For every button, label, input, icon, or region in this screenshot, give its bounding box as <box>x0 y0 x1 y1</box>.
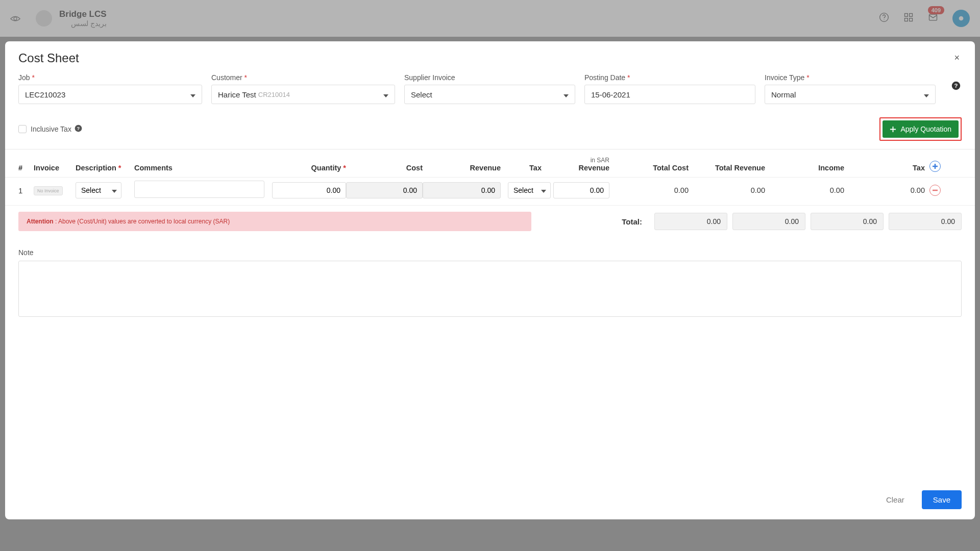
apply-quotation-button[interactable]: Apply Quotation <box>883 120 959 138</box>
modal-footer: Clear Save <box>5 482 975 519</box>
invoice-type-value: Normal <box>771 90 796 99</box>
col-action-header <box>925 161 945 172</box>
tax-cell: Select <box>501 182 552 198</box>
modal-title: Cost Sheet <box>18 51 79 65</box>
row-number: 1 <box>18 186 34 195</box>
col-cost-header: Cost <box>346 164 423 172</box>
col-totalcost-header: Total Cost <box>609 164 689 172</box>
cost-cell <box>346 182 423 198</box>
col-totalrevenue-header: Total Revenue <box>689 164 765 172</box>
total-revenue-box: 0.00 <box>732 213 805 230</box>
total-cost-box: 0.00 <box>654 213 727 230</box>
description-cell: Select <box>76 182 134 198</box>
modal-header: Cost Sheet × <box>5 41 975 70</box>
tax-row: Inclusive Tax ? Apply Quotation <box>5 111 975 149</box>
supplier-invoice-select[interactable]: Select <box>404 85 575 104</box>
no-invoice-badge: No Invoice <box>34 186 63 195</box>
customer-label: Customer * <box>211 73 395 82</box>
job-label: Job * <box>18 73 202 82</box>
totalrevenue-cell: 0.00 <box>689 186 765 194</box>
info-icon[interactable]: ? <box>75 124 82 134</box>
col-invoice-header: Invoice <box>34 164 76 172</box>
inclusive-tax-label: Inclusive Tax <box>31 125 71 133</box>
attention-banner: Attention : Above (Cost/Unit) values are… <box>18 212 531 231</box>
add-row-button[interactable] <box>929 161 941 172</box>
help-icon[interactable]: ? <box>951 81 962 91</box>
customer-code: CR210014 <box>258 91 290 98</box>
form-row: Job * LEC210023 Customer * Harice Test C… <box>5 70 975 111</box>
totalcost-cell: 0.00 <box>609 186 689 194</box>
col-tax-header: Tax <box>501 164 552 172</box>
totals-row: Attention : Above (Cost/Unit) values are… <box>5 206 975 233</box>
customer-field: Customer * Harice Test CR210014 <box>211 73 395 104</box>
col-taxvalue-header: Tax <box>844 164 925 172</box>
cost-input <box>346 182 423 198</box>
note-section: Note <box>5 233 975 319</box>
cost-sheet-modal: Cost Sheet × Job * LEC210023 Customer * … <box>5 41 975 519</box>
note-label: Note <box>18 248 962 257</box>
posting-date-value: 15-06-2021 <box>591 90 630 99</box>
supplier-invoice-label: Supplier Invoice <box>404 73 575 82</box>
invoice-cell: No Invoice <box>34 185 76 195</box>
sar-revenue-input[interactable] <box>553 182 609 198</box>
inclusive-tax-checkbox[interactable] <box>18 125 27 133</box>
total-label: Total: <box>622 217 649 226</box>
chevron-down-icon <box>541 186 546 194</box>
svg-text:?: ? <box>77 126 80 131</box>
remove-row-button[interactable] <box>929 185 941 196</box>
col-sar-revenue-header: in SAR Revenue <box>552 157 609 172</box>
table-row: 1 No Invoice Select Select <box>5 178 975 206</box>
total-income-box: 0.00 <box>811 213 884 230</box>
total-tax-box: 0.00 <box>889 213 962 230</box>
job-select[interactable]: LEC210023 <box>18 85 202 104</box>
posting-date-label: Posting Date * <box>584 73 755 82</box>
row-action-cell <box>925 185 945 196</box>
col-revenue-header: Revenue <box>423 164 501 172</box>
chevron-down-icon <box>383 90 388 99</box>
col-quantity-header: Quantity * <box>272 164 346 172</box>
customer-value: Harice Test <box>218 90 256 99</box>
col-num-header: # <box>18 164 34 172</box>
revenue-input <box>423 182 501 198</box>
chevron-down-icon <box>112 186 117 194</box>
apply-quotation-highlight: Apply Quotation <box>879 117 962 141</box>
note-textarea[interactable] <box>18 261 962 317</box>
apply-quotation-label: Apply Quotation <box>900 125 951 133</box>
job-value: LEC210023 <box>25 90 65 99</box>
posting-date-input[interactable]: 15-06-2021 <box>584 85 755 104</box>
comments-cell <box>134 181 272 200</box>
col-income-header: Income <box>765 164 844 172</box>
tax-select[interactable]: Select <box>508 182 551 198</box>
income-cell: 0.00 <box>765 186 844 194</box>
job-field: Job * LEC210023 <box>18 73 202 104</box>
col-description-header: Description * <box>76 164 134 172</box>
invoice-type-select[interactable]: Normal <box>765 85 936 104</box>
sar-revenue-cell <box>552 182 609 198</box>
comments-input[interactable] <box>134 181 264 198</box>
customer-select[interactable]: Harice Test CR210014 <box>211 85 395 104</box>
chevron-down-icon <box>924 90 929 99</box>
taxvalue-cell: 0.00 <box>844 186 925 194</box>
clear-button[interactable]: Clear <box>879 491 912 508</box>
posting-date-field: Posting Date * 15-06-2021 <box>584 73 755 104</box>
supplier-invoice-value: Select <box>411 90 432 99</box>
description-select[interactable]: Select <box>76 182 121 198</box>
supplier-invoice-field: Supplier Invoice Select <box>404 73 575 104</box>
invoice-type-label: Invoice Type * <box>765 73 936 82</box>
col-comments-header: Comments <box>134 164 272 172</box>
quantity-cell <box>272 182 346 198</box>
grid-header: # Invoice Description * Comments Quantit… <box>5 149 975 178</box>
svg-text:?: ? <box>954 83 958 89</box>
revenue-cell <box>423 182 501 198</box>
save-button[interactable]: Save <box>922 490 962 509</box>
chevron-down-icon <box>190 90 195 99</box>
quantity-input[interactable] <box>272 182 346 198</box>
close-icon[interactable]: × <box>952 51 962 65</box>
invoice-type-field: Invoice Type * Normal <box>765 73 936 104</box>
chevron-down-icon <box>564 90 569 99</box>
